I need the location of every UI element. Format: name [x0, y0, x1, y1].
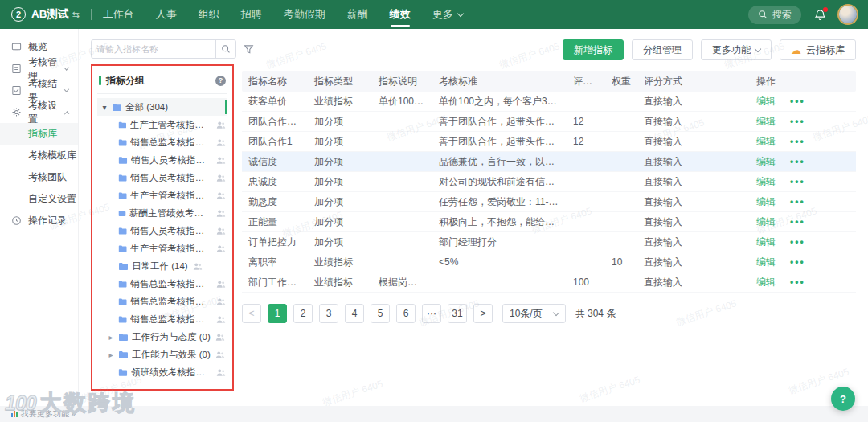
- main-nav: 工作台人事组织招聘考勤假期薪酬绩效更多: [103, 0, 463, 30]
- nav-item-人事[interactable]: 人事: [156, 0, 177, 30]
- tree-node-销售总监考核指标3[interactable]: 销售总监考核指标3 (8): [97, 275, 227, 293]
- table-row[interactable]: 正能量加分项积极向上，不抱怨，能给部门正面影响：9-1...直接输入编辑•••: [242, 212, 856, 232]
- folder-icon: [118, 262, 129, 271]
- table-row[interactable]: 诚信度加分项品德兼优，言行一致，以身作则：9-10分 诚...直接输入编辑•••: [242, 152, 856, 172]
- sidebar-item-考核团队[interactable]: 考核团队: [0, 166, 78, 188]
- cell-desc: 单价100之内，每...: [372, 95, 432, 109]
- switch-company-icon[interactable]: ⇆: [72, 10, 80, 20]
- page-button-5[interactable]: 5: [371, 304, 390, 323]
- page-button-2[interactable]: 2: [293, 304, 313, 323]
- settings-gear-icon: [11, 107, 22, 117]
- table-row[interactable]: 离职率业绩指标<5%10直接输入编辑•••: [242, 252, 856, 272]
- tree-node-销售总监考核指标2[interactable]: 销售总监考核指标2 (8): [97, 133, 227, 151]
- total-count-label: 共 304 条: [575, 307, 616, 321]
- table-row[interactable]: 团队合作1加分项善于团队合作，起带头作用，发挥部门优势...12直接输入编辑••…: [242, 132, 856, 152]
- tree-node-日常工作[interactable]: 日常工作 (14): [97, 257, 227, 275]
- page-button-3[interactable]: 3: [319, 304, 338, 323]
- folder-icon: [118, 209, 126, 218]
- group-manage-button[interactable]: 分组管理: [632, 39, 693, 60]
- folder-icon: [118, 333, 129, 342]
- edit-link[interactable]: 编辑: [756, 155, 776, 169]
- tree-node-销售人员考核指标2[interactable]: 销售人员考核指标2 (5): [97, 222, 227, 240]
- tree-node-销售人员考核指标[interactable]: 销售人员考核指标 (5): [97, 151, 227, 169]
- brand-name: AB测试: [31, 7, 69, 22]
- cloud-library-button[interactable]: ☁ 云指标库: [780, 39, 856, 60]
- tree-node-工作能力与效果[interactable]: ▸工作能力与效果 (0): [97, 346, 227, 363]
- sidebar-item-指标库[interactable]: 指标库: [0, 123, 78, 145]
- edit-link[interactable]: 编辑: [756, 135, 776, 149]
- search-submit-button[interactable]: [215, 40, 235, 58]
- tree-node-领班绩效考核指标[interactable]: 领班绩效考核指标 (6): [97, 363, 227, 381]
- sidebar-item-自定义设置[interactable]: 自定义设置: [0, 188, 78, 210]
- edit-link[interactable]: 编辑: [756, 95, 776, 109]
- chevron-down-icon: [552, 309, 559, 315]
- tree-node-生产主管考核指标5[interactable]: 生产主管考核指标5 (6): [97, 240, 227, 257]
- nav-item-考勤假期[interactable]: 考勤假期: [284, 0, 326, 30]
- help-floating-button[interactable]: ?: [831, 387, 855, 411]
- help-question-icon[interactable]: ?: [215, 76, 226, 86]
- edit-link[interactable]: 编辑: [756, 175, 776, 189]
- table-row[interactable]: 获客单价业绩指标单价100之内，每...单价100之内，每个客户3元绩效 单价2…: [242, 92, 856, 112]
- cell-method: 直接输入: [637, 195, 750, 209]
- sidebar-item-操作记录[interactable]: 操作记录: [0, 210, 78, 231]
- edit-link[interactable]: 编辑: [756, 256, 776, 269]
- user-avatar[interactable]: [839, 6, 857, 23]
- cell-type: 加分项: [308, 215, 372, 229]
- add-indicator-button[interactable]: 新增指标: [563, 39, 624, 60]
- page-button-31[interactable]: 31: [448, 304, 467, 323]
- nav-item-薪酬[interactable]: 薪酬: [347, 0, 368, 30]
- global-search[interactable]: 搜索: [748, 6, 801, 24]
- tree-node-工作行为与态度[interactable]: ▸工作行为与态度 (0): [97, 328, 227, 346]
- cell-method: 直接输入: [637, 175, 750, 189]
- page-button-1[interactable]: 1: [268, 304, 287, 323]
- tree-node-生产主管考核指标3[interactable]: 生产主管考核指标3 (10): [97, 116, 227, 133]
- edit-link[interactable]: 编辑: [756, 276, 776, 289]
- tree-node-销售人员考核指标1[interactable]: 销售人员考核指标1 (5): [97, 169, 227, 186]
- tree-node-销售总监考核指标4[interactable]: 销售总监考核指标4 (8): [97, 293, 227, 310]
- indicator-group-column: 指标分组 ? ▾全部 (304)生产主管考核指标3 (10)销售总监考核指标2 …: [91, 29, 234, 406]
- person-icon: [193, 262, 203, 271]
- tree-node-生产主管考核指标4[interactable]: 生产主管考核指标4 (6): [97, 186, 227, 204]
- sidebar-item-label: 考核团队: [28, 170, 67, 184]
- page-ellipsis-button[interactable]: ···: [422, 304, 441, 323]
- cell-actions: 编辑•••: [750, 256, 856, 269]
- tree-node-label: 销售人员考核指标1 (5): [130, 172, 211, 184]
- nav-item-更多[interactable]: 更多: [432, 0, 463, 30]
- edit-link[interactable]: 编辑: [756, 236, 776, 249]
- app-logo-icon: 2: [11, 7, 26, 22]
- edit-link[interactable]: 编辑: [756, 215, 776, 229]
- sidebar-item-考核模板库[interactable]: 考核模板库: [0, 145, 78, 166]
- edit-link[interactable]: 编辑: [756, 115, 776, 129]
- nav-item-工作台[interactable]: 工作台: [103, 0, 134, 30]
- tree-node-销售总监考核指标5[interactable]: 销售总监考核指标5 (8): [97, 310, 227, 328]
- nav-item-绩效[interactable]: 绩效: [390, 0, 411, 30]
- table-row[interactable]: 部门工作流程的制定业绩指标根据岗位及人员变...100直接输入编辑•••: [242, 272, 856, 293]
- table-row[interactable]: 订单把控力加分项部门经理打分直接输入编辑•••: [242, 232, 856, 252]
- cell-name: 团队合作1: [242, 135, 308, 149]
- page-button-6[interactable]: 6: [396, 304, 416, 323]
- sidebar-item-考核设置[interactable]: 考核设置: [0, 101, 78, 123]
- person-icon: [216, 121, 226, 129]
- footer-bar: 我要更多功能 »: [0, 406, 868, 422]
- nav-item-招聘[interactable]: 招聘: [241, 0, 262, 30]
- edit-link[interactable]: 编辑: [756, 195, 776, 209]
- next-page-button[interactable]: >: [473, 304, 493, 323]
- notification-bell-icon[interactable]: [814, 9, 826, 21]
- tree-node-all[interactable]: ▾全部 (304): [97, 98, 227, 116]
- person-icon: [216, 280, 226, 289]
- nav-item-组织[interactable]: 组织: [199, 0, 219, 30]
- person-icon: [216, 138, 226, 147]
- page-button-4[interactable]: 4: [345, 304, 364, 323]
- cell-cap: 12: [567, 116, 605, 127]
- footer-more-link[interactable]: 我要更多功能 »: [21, 408, 76, 420]
- tree-node-薪酬主管绩效考核指标[interactable]: 薪酬主管绩效考核指标 (8): [97, 204, 227, 222]
- table-row[interactable]: 忠诚度加分项对公司的现状和前途有信心，事事在先，回...直接输入编辑•••: [242, 172, 856, 192]
- indicator-search-input[interactable]: [92, 40, 215, 58]
- indicator-search-row: [91, 39, 234, 59]
- table-row[interactable]: 勤恳度加分项任劳任怨，爱岗敬业：11-12分 守时守规，不...直接输入编辑••…: [242, 192, 856, 212]
- page-size-value: 10条/页: [510, 307, 542, 321]
- more-functions-button[interactable]: 更多功能: [701, 39, 772, 60]
- table-row[interactable]: 团队合作1_1加分项善于团队合作，起带头作用，发挥部门优势...12直接输入编辑…: [242, 112, 856, 132]
- prev-page-button[interactable]: <: [242, 304, 261, 323]
- page-size-select[interactable]: 10条/页: [502, 304, 566, 323]
